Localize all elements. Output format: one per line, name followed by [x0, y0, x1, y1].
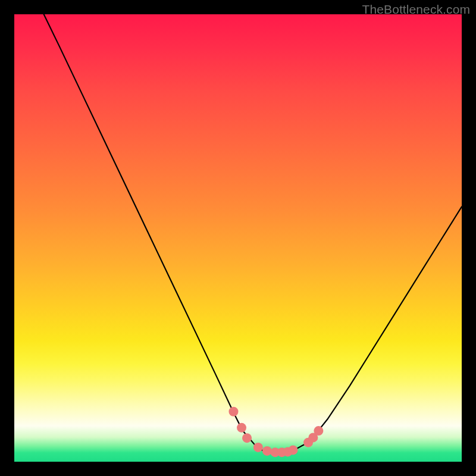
curve-marker: [242, 433, 252, 443]
curve-marker: [262, 446, 272, 456]
bottleneck-curve: [44, 14, 462, 453]
curve-marker: [237, 423, 246, 433]
curve-marker: [228, 407, 238, 416]
watermark-text: TheBottleneck.com: [362, 2, 470, 17]
curve-marker: [289, 445, 298, 455]
chart-svg: [14, 14, 462, 462]
curve-marker: [314, 426, 323, 436]
curve-markers: [228, 407, 323, 457]
chart-frame: TheBottleneck.com: [0, 0, 476, 476]
plot-area: [14, 14, 462, 462]
curve-marker: [253, 443, 263, 452]
